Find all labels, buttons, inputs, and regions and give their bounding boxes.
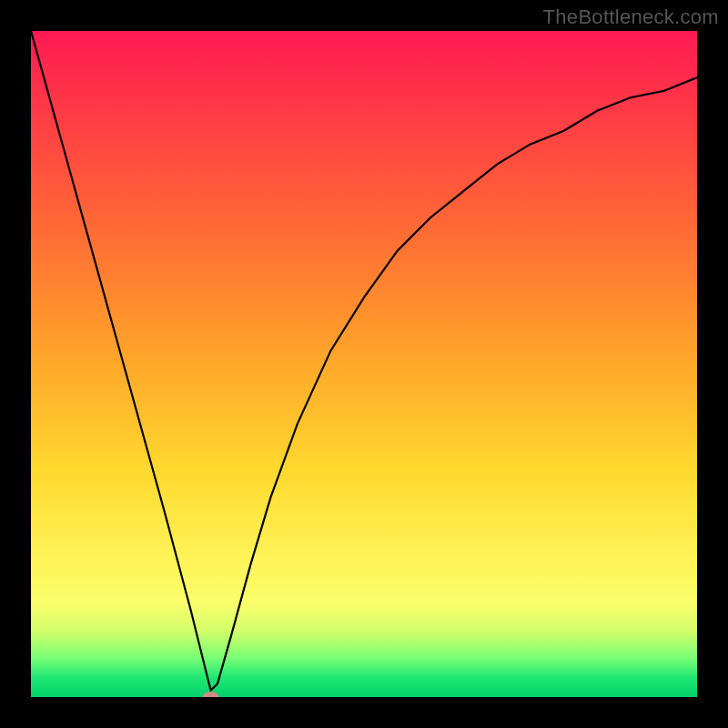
chart-frame: TheBottleneck.com xyxy=(0,0,728,728)
plot-area xyxy=(31,31,697,697)
curve-layer xyxy=(31,31,697,697)
optimum-marker xyxy=(203,692,219,697)
watermark-text: TheBottleneck.com xyxy=(543,5,719,29)
bottleneck-curve xyxy=(31,31,697,691)
